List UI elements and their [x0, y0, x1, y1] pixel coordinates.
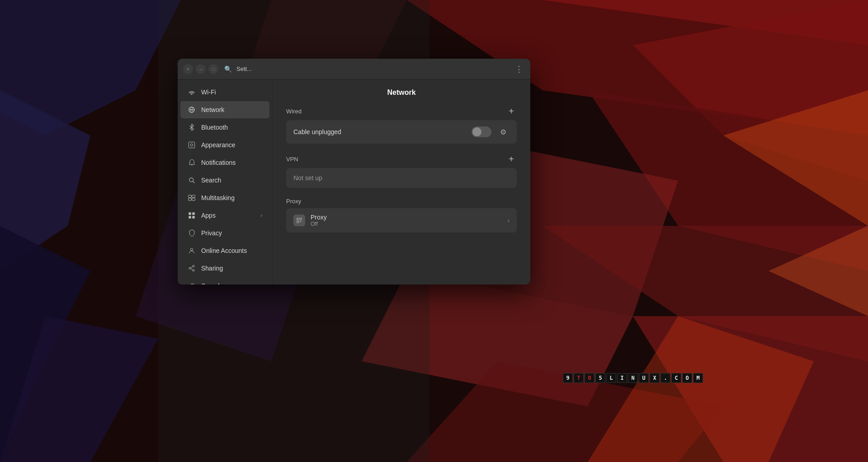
proxy-status: Off	[311, 221, 502, 227]
svg-rect-29	[192, 212, 194, 215]
svg-rect-38	[297, 221, 299, 223]
main-content: Network Wired + Cable unplugged ⚙	[273, 79, 530, 285]
proxy-text: Proxy Off	[311, 214, 502, 227]
network-icon	[188, 106, 196, 114]
wm-L: L	[606, 373, 616, 383]
titlebar: × – □ 🔍 Sett... ⋮	[178, 59, 530, 79]
proxy-chevron-icon: ›	[507, 217, 509, 224]
desktop: × – □ 🔍 Sett... ⋮	[0, 0, 868, 462]
svg-point-22	[190, 144, 193, 146]
sidebar-item-search[interactable]: Search	[180, 172, 269, 189]
wired-toggle-knob	[472, 127, 481, 136]
sidebar-item-wifi[interactable]: Wi-Fi	[180, 84, 269, 101]
svg-rect-25	[192, 195, 195, 197]
wired-add-button[interactable]: +	[506, 106, 517, 117]
maximize-button[interactable]: □	[208, 64, 218, 74]
sidebar-item-sharing[interactable]: Sharing	[180, 260, 269, 277]
sidebar-item-network-label: Network	[201, 106, 262, 113]
sidebar-item-apps-label: Apps	[201, 212, 255, 219]
wired-section: Wired + Cable unplugged ⚙	[286, 106, 517, 144]
sidebar: Wi-Fi Network	[178, 79, 273, 285]
wired-card: Cable unplugged ⚙	[286, 120, 517, 144]
titlebar-search-icon[interactable]: 🔍	[223, 64, 233, 74]
svg-rect-26	[189, 198, 192, 201]
window-body: Wi-Fi Network	[178, 79, 530, 285]
sidebar-item-network[interactable]: Network	[180, 101, 269, 118]
sidebar-item-notifications-label: Notifications	[201, 159, 262, 166]
wired-gear-button[interactable]: ⚙	[497, 126, 509, 138]
sidebar-item-bluetooth[interactable]: Bluetooth	[180, 119, 269, 136]
svg-rect-28	[189, 212, 191, 215]
privacy-icon	[188, 229, 196, 237]
sidebar-item-search-label: Search	[201, 177, 262, 184]
sidebar-item-appearance-label: Appearance	[201, 141, 262, 149]
apps-arrow-icon: ›	[260, 212, 262, 219]
sidebar-item-sound[interactable]: Sound	[180, 277, 269, 285]
close-button[interactable]: ×	[183, 64, 193, 74]
svg-rect-36	[297, 218, 299, 220]
wm-U: U	[639, 373, 649, 383]
sidebar-item-privacy[interactable]: Privacy	[180, 224, 269, 242]
sidebar-item-sharing-label: Sharing	[201, 265, 262, 272]
svg-rect-31	[192, 216, 194, 218]
svg-point-33	[193, 265, 194, 267]
sidebar-item-apps[interactable]: Apps ›	[180, 207, 269, 224]
bluetooth-icon	[188, 123, 196, 131]
wired-section-header: Wired +	[286, 106, 517, 117]
watermark: 9 T O 5 L I N U X . C O M	[563, 373, 703, 383]
multitasking-icon	[188, 194, 196, 202]
wm-M: M	[693, 373, 703, 383]
sidebar-item-sound-label: Sound	[201, 282, 262, 285]
proxy-name: Proxy	[311, 214, 502, 221]
sidebar-item-multitasking[interactable]: Multitasking	[180, 189, 269, 206]
svg-rect-24	[189, 195, 192, 197]
online-accounts-icon	[188, 247, 196, 255]
vpn-add-button[interactable]: +	[506, 154, 517, 164]
page-title: Network	[286, 89, 517, 97]
vpn-section: VPN + Not set up	[286, 154, 517, 188]
search-icon	[188, 176, 196, 184]
sidebar-item-bluetooth-label: Bluetooth	[201, 124, 262, 131]
wm-C: C	[671, 373, 681, 383]
svg-point-34	[189, 267, 191, 269]
wired-connection-label: Cable unplugged	[293, 128, 466, 135]
proxy-row[interactable]: Proxy Off ›	[286, 208, 517, 233]
wm-5: 5	[595, 373, 605, 383]
sidebar-item-notifications[interactable]: Notifications	[180, 154, 269, 171]
proxy-card: Proxy Off ›	[286, 208, 517, 233]
vpn-section-title: VPN	[286, 156, 298, 163]
svg-rect-37	[300, 218, 302, 220]
svg-point-35	[193, 270, 194, 271]
sidebar-item-online-accounts[interactable]: Online Accounts	[180, 242, 269, 259]
sidebar-item-privacy-label: Privacy	[201, 229, 262, 237]
titlebar-title: Sett...	[236, 65, 513, 72]
notifications-icon	[188, 159, 196, 167]
sidebar-item-wifi-label: Wi-Fi	[201, 89, 262, 96]
wm-O: O	[585, 373, 594, 383]
wifi-icon	[188, 88, 196, 96]
titlebar-controls: × – □	[183, 64, 218, 74]
titlebar-menu-button[interactable]: ⋮	[513, 64, 525, 74]
wm-I: I	[617, 373, 627, 383]
wm-N: N	[628, 373, 638, 383]
wired-toggle[interactable]	[472, 126, 491, 137]
sidebar-item-multitasking-label: Multitasking	[201, 194, 262, 201]
proxy-section-title: Proxy	[286, 198, 301, 205]
wired-section-title: Wired	[286, 108, 302, 115]
sidebar-item-appearance[interactable]: Appearance	[180, 136, 269, 154]
proxy-icon	[293, 215, 305, 226]
wm-dot2: .	[660, 373, 670, 383]
sidebar-item-online-accounts-label: Online Accounts	[201, 247, 262, 254]
sharing-icon	[188, 264, 196, 272]
wm-9: 9	[563, 373, 573, 383]
appearance-icon	[188, 141, 196, 149]
wired-connection-row: Cable unplugged ⚙	[286, 120, 517, 144]
settings-window: × – □ 🔍 Sett... ⋮	[178, 59, 530, 285]
apps-icon	[188, 211, 196, 219]
svg-rect-21	[189, 142, 194, 148]
minimize-button[interactable]: –	[196, 64, 206, 74]
wm-Om: O	[682, 373, 692, 383]
wm-X: X	[650, 373, 660, 383]
vpn-status-label: Not set up	[293, 174, 322, 182]
proxy-section-header: Proxy	[286, 198, 517, 205]
